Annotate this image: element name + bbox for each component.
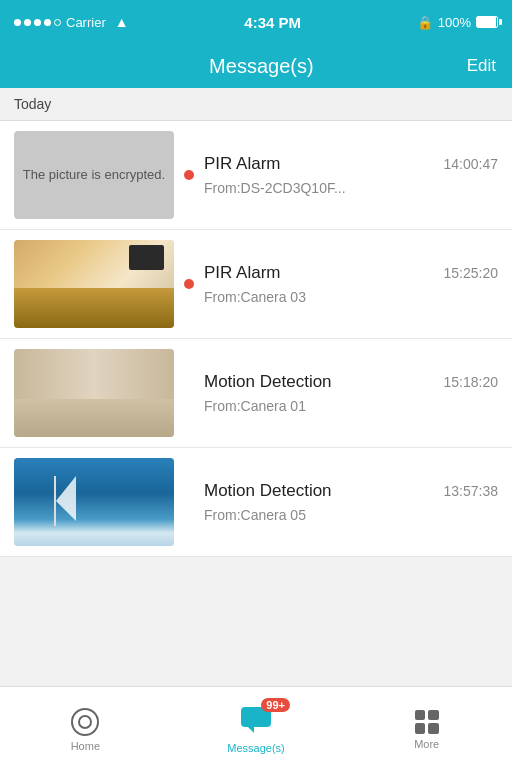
edit-button[interactable]: Edit [467, 56, 496, 76]
message-item[interactable]: Motion Detection 13:57:38 From:Canera 05 [0, 448, 512, 557]
read-spacer-4 [184, 497, 194, 507]
message-type-2: PIR Alarm [204, 263, 281, 283]
wifi-icon: ▲ [115, 14, 129, 30]
nav-title: Message(s) [56, 55, 467, 78]
tab-messages-badge-wrap: 99+ [240, 706, 272, 738]
tab-home-label: Home [71, 740, 100, 752]
grid-cell-4 [428, 723, 439, 734]
message-thumbnail-1: The picture is encrypted. [14, 131, 174, 219]
section-header-today: Today [0, 88, 512, 121]
messages-list: The picture is encrypted. PIR Alarm 14:0… [0, 121, 512, 557]
message-content-2: PIR Alarm 15:25:20 From:Canera 03 [204, 259, 498, 309]
status-right: 🔒 100% [417, 15, 498, 30]
unread-indicator-2 [184, 279, 194, 289]
message-top-2: PIR Alarm 15:25:20 [204, 263, 498, 283]
message-thumbnail-4 [14, 458, 174, 546]
tab-more-label: More [414, 738, 439, 750]
svg-marker-1 [248, 727, 254, 733]
message-thumbnail-3 [14, 349, 174, 437]
message-content-3: Motion Detection 15:18:20 From:Canera 01 [204, 368, 498, 418]
battery-percent: 100% [438, 15, 471, 30]
status-left: Carrier ▲ [14, 14, 129, 30]
message-top-3: Motion Detection 15:18:20 [204, 372, 498, 392]
tab-more[interactable]: More [341, 702, 512, 754]
tab-messages[interactable]: 99+ Message(s) [171, 698, 342, 758]
sailboat-thumb [14, 458, 174, 546]
carrier-label: Carrier [66, 15, 106, 30]
more-grid-icon [415, 710, 439, 734]
message-item[interactable]: PIR Alarm 15:25:20 From:Canera 03 [0, 230, 512, 339]
home-icon [71, 708, 99, 736]
message-time-2: 15:25:20 [444, 265, 499, 281]
message-time-1: 14:00:47 [444, 156, 499, 172]
message-from-3: From:Canera 01 [204, 398, 498, 414]
message-top-1: PIR Alarm 14:00:47 [204, 154, 498, 174]
grid-cell-1 [415, 710, 426, 721]
status-time: 4:34 PM [244, 14, 301, 31]
living-room-thumb [14, 240, 174, 328]
battery-icon [476, 16, 498, 28]
signal-dot-4 [44, 19, 51, 26]
grid-cell-3 [415, 723, 426, 734]
signal-dot-2 [24, 19, 31, 26]
tab-bar: Home 99+ Message(s) More [0, 686, 512, 768]
lock-icon: 🔒 [417, 15, 433, 30]
message-content-1: PIR Alarm 14:00:47 From:DS-2CD3Q10F... [204, 150, 498, 200]
message-type-4: Motion Detection [204, 481, 332, 501]
message-from-4: From:Canera 05 [204, 507, 498, 523]
message-top-4: Motion Detection 13:57:38 [204, 481, 498, 501]
signal-dot-1 [14, 19, 21, 26]
message-time-3: 15:18:20 [444, 374, 499, 390]
messages-badge: 99+ [261, 698, 290, 712]
read-spacer-3 [184, 388, 194, 398]
message-content-4: Motion Detection 13:57:38 From:Canera 05 [204, 477, 498, 527]
room-thumb [14, 349, 174, 437]
signal-dots [14, 19, 61, 26]
message-from-1: From:DS-2CD3Q10F... [204, 180, 498, 196]
encrypted-placeholder: The picture is encrypted. [14, 131, 174, 219]
message-item[interactable]: The picture is encrypted. PIR Alarm 14:0… [0, 121, 512, 230]
message-type-3: Motion Detection [204, 372, 332, 392]
unread-indicator-1 [184, 170, 194, 180]
tab-messages-label: Message(s) [227, 742, 284, 754]
message-item[interactable]: Motion Detection 15:18:20 From:Canera 01 [0, 339, 512, 448]
tab-home[interactable]: Home [0, 700, 171, 756]
message-type-1: PIR Alarm [204, 154, 281, 174]
message-from-2: From:Canera 03 [204, 289, 498, 305]
nav-bar: Message(s) Edit [0, 44, 512, 88]
message-time-4: 13:57:38 [444, 483, 499, 499]
grid-cell-2 [428, 710, 439, 721]
message-thumbnail-2 [14, 240, 174, 328]
signal-dot-5 [54, 19, 61, 26]
status-bar: Carrier ▲ 4:34 PM 🔒 100% [0, 0, 512, 44]
signal-dot-3 [34, 19, 41, 26]
